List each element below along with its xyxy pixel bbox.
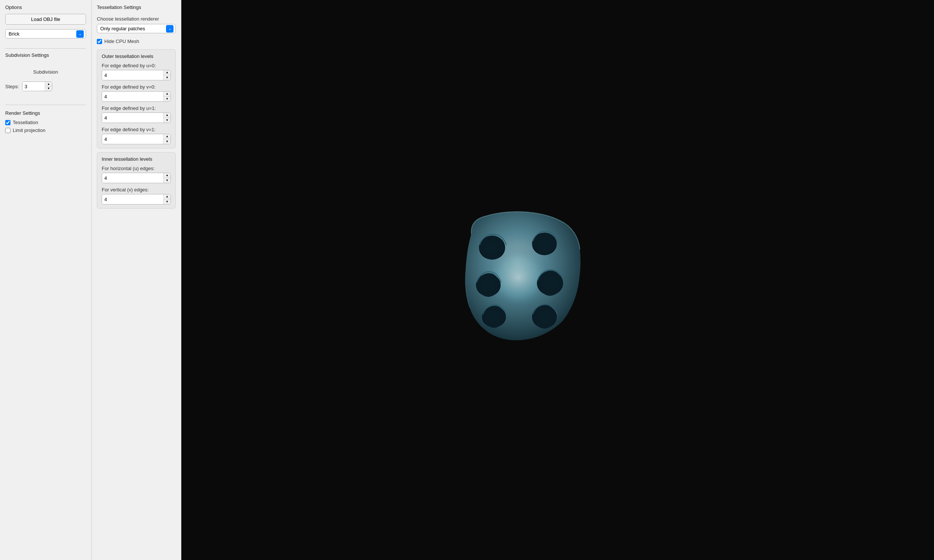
inner-tessellation-title: Inner tessellation levels: [102, 156, 171, 162]
limit-projection-checkbox[interactable]: [5, 128, 11, 133]
renderer-select-wrapper: Only regular patches All patches ⌄: [97, 24, 176, 33]
inner-v-increment-button[interactable]: ▲: [164, 194, 171, 199]
subdivision-center-label: Subdivision: [5, 62, 86, 78]
tessellation-checkbox[interactable]: [5, 120, 11, 125]
inner-u-label: For horizontal (u) edges:: [102, 166, 171, 171]
inner-v-stepper-buttons: ▲ ▼: [163, 194, 171, 204]
outer-v1-decrement-button[interactable]: ▼: [164, 139, 171, 144]
outer-u1-stepper-buttons: ▲ ▼: [163, 113, 171, 123]
outer-v1-field: For edge defined by v=1: ▲ ▼: [102, 127, 171, 144]
divider-1: [5, 48, 86, 49]
outer-u0-stepper: ▲ ▼: [102, 70, 171, 80]
inner-u-stepper: ▲ ▼: [102, 173, 171, 183]
inner-v-stepper: ▲ ▼: [102, 194, 171, 205]
inner-u-input[interactable]: [102, 174, 163, 182]
render-section: Render Settings Tessellation Limit proje…: [5, 110, 86, 135]
outer-u1-input[interactable]: [102, 114, 163, 122]
inner-v-input[interactable]: [102, 195, 163, 204]
outer-v1-label: For edge defined by v=1:: [102, 127, 171, 132]
outer-v0-increment-button[interactable]: ▲: [164, 92, 171, 97]
steps-input[interactable]: 3: [22, 82, 45, 91]
steps-stepper: 3 ▲ ▼: [22, 82, 52, 91]
steps-increment-button[interactable]: ▲: [45, 82, 52, 86]
limit-projection-label[interactable]: Limit projection: [13, 128, 45, 133]
outer-u0-decrement-button[interactable]: ▼: [164, 75, 171, 80]
steps-label: Steps:: [5, 84, 19, 89]
middle-panel: Tessellation Settings Choose tessellatio…: [92, 0, 182, 560]
divider-2: [5, 105, 86, 105]
inner-u-field: For horizontal (u) edges: ▲ ▼: [102, 166, 171, 183]
outer-u1-label: For edge defined by u=1:: [102, 105, 171, 111]
outer-v0-stepper-buttons: ▲ ▼: [163, 92, 171, 101]
inner-u-stepper-buttons: ▲ ▼: [163, 173, 171, 183]
inner-v-field: For vertical (v) edges: ▲ ▼: [102, 187, 171, 205]
outer-u1-decrement-button[interactable]: ▼: [164, 118, 171, 123]
inner-v-label: For vertical (v) edges:: [102, 187, 171, 192]
limit-projection-row: Limit projection: [5, 128, 86, 133]
hide-cpu-mesh-checkbox[interactable]: [97, 39, 102, 44]
outer-v0-stepper: ▲ ▼: [102, 91, 171, 102]
outer-u0-input[interactable]: [102, 71, 163, 80]
renderer-select[interactable]: Only regular patches All patches: [97, 24, 176, 33]
object-select-wrapper: Brick ⌄: [5, 29, 86, 38]
inner-v-decrement-button[interactable]: ▼: [164, 199, 171, 204]
3d-object: [449, 205, 591, 355]
subdivision-section: Subdivision Settings Subdivision Steps: …: [5, 52, 86, 97]
hide-cpu-mesh-row: Hide CPU Mesh: [97, 38, 176, 44]
tessellation-label[interactable]: Tessellation: [13, 120, 38, 125]
outer-u1-increment-button[interactable]: ▲: [164, 113, 171, 118]
inner-u-increment-button[interactable]: ▲: [164, 173, 171, 178]
inner-tessellation-group: Inner tessellation levels For horizontal…: [97, 152, 176, 209]
tessellation-settings-title: Tessellation Settings: [97, 5, 176, 10]
tessellation-row: Tessellation: [5, 120, 86, 125]
outer-tessellation-group: Outer tessellation levels For edge defin…: [97, 49, 176, 148]
outer-v0-input[interactable]: [102, 92, 163, 101]
3d-viewport[interactable]: [182, 0, 934, 560]
left-panel: Options Load OBJ file Brick ⌄ Subdivisio…: [0, 0, 92, 560]
load-obj-button[interactable]: Load OBJ file: [5, 14, 86, 25]
3d-canvas[interactable]: [182, 0, 934, 560]
outer-v0-field: For edge defined by v=0: ▲ ▼: [102, 84, 171, 102]
outer-u0-field: For edge defined by u=0: ▲ ▼: [102, 63, 171, 80]
outer-v1-increment-button[interactable]: ▲: [164, 134, 171, 139]
outer-u0-increment-button[interactable]: ▲: [164, 70, 171, 75]
outer-u1-field: For edge defined by u=1: ▲ ▼: [102, 105, 171, 123]
subdivision-title: Subdivision Settings: [5, 52, 86, 58]
steps-decrement-button[interactable]: ▼: [45, 86, 52, 91]
renderer-label: Choose tessellation renderer: [97, 16, 176, 22]
outer-tessellation-title: Outer tessellation levels: [102, 54, 171, 59]
outer-u0-label: For edge defined by u=0:: [102, 63, 171, 68]
steps-row: Steps: 3 ▲ ▼: [5, 82, 86, 91]
outer-v1-input[interactable]: [102, 135, 163, 143]
outer-v1-stepper: ▲ ▼: [102, 134, 171, 144]
options-title: Options: [5, 5, 86, 10]
outer-u0-stepper-buttons: ▲ ▼: [163, 70, 171, 80]
outer-v1-stepper-buttons: ▲ ▼: [163, 134, 171, 144]
steps-stepper-buttons: ▲ ▼: [45, 82, 52, 91]
outer-v0-label: For edge defined by v=0:: [102, 84, 171, 90]
hide-cpu-mesh-label[interactable]: Hide CPU Mesh: [104, 38, 139, 44]
inner-u-decrement-button[interactable]: ▼: [164, 178, 171, 183]
outer-v0-decrement-button[interactable]: ▼: [164, 97, 171, 101]
outer-u1-stepper: ▲ ▼: [102, 112, 171, 123]
object-select[interactable]: Brick: [5, 29, 86, 38]
render-settings-title: Render Settings: [5, 110, 86, 116]
